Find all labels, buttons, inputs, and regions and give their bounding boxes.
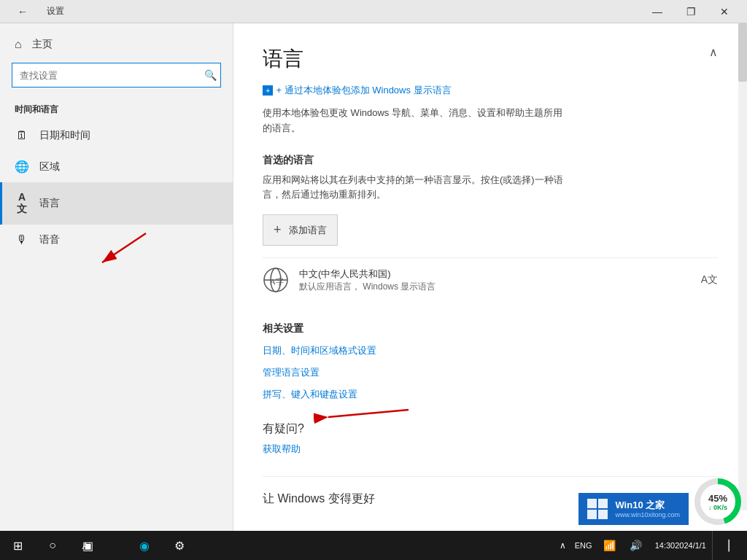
- help-title: 有疑问?: [263, 421, 718, 437]
- speed-value: ↓ 0K/s: [708, 504, 727, 511]
- sidebar-item-language-label: 语言: [39, 197, 60, 210]
- plus-icon: +: [274, 222, 282, 238]
- description-text: 使用本地体验包更改 Windows 导航、菜单、消息、设置和帮助主题所用的语言。: [263, 106, 700, 136]
- help-section: 有疑问? 获取帮助: [263, 421, 718, 456]
- sidebar-item-region-label: 区域: [39, 160, 60, 174]
- sidebar-item-speech[interactable]: 🎙 语音: [0, 225, 233, 255]
- related-link-datetime[interactable]: 日期、时间和区域格式设置: [263, 344, 718, 357]
- microphone-icon: 🎙: [15, 233, 29, 246]
- calendar-icon: 🗓: [15, 129, 29, 142]
- search-input[interactable]: [12, 63, 221, 88]
- speed-percent: 45%: [708, 493, 727, 504]
- content-area: 语言 ∧ + + 通过本地体验包添加 Windows 显示语言 使用本地体验包更…: [233, 23, 747, 534]
- logo-square-bl: [587, 510, 597, 519]
- watermark-title: Win10 之家: [615, 499, 680, 512]
- maximize-button[interactable]: ❐: [674, 0, 708, 23]
- minimize-button[interactable]: —: [640, 0, 674, 23]
- watermark: Win10 之家 www.win10xitong.com: [578, 493, 689, 525]
- network-icon[interactable]: 📶: [597, 531, 623, 560]
- logo-square-tr: [598, 499, 608, 508]
- section-label: 时间和语言: [0, 99, 233, 120]
- show-desktop-button[interactable]: ▕: [712, 531, 738, 560]
- plus-badge: +: [263, 85, 273, 96]
- preferred-lang-title: 首选的语言: [263, 154, 718, 167]
- search-button[interactable]: ○: [35, 531, 70, 560]
- window-title: 设置: [47, 5, 64, 18]
- related-link-keyboard[interactable]: 拼写、键入和键盘设置: [263, 388, 718, 401]
- sidebar-item-speech-label: 语音: [39, 233, 60, 246]
- add-display-lang-link[interactable]: + + 通过本地体验包添加 Windows 显示语言: [263, 84, 452, 97]
- preferred-desc: 应用和网站将以其在列表中支持的第一种语言显示。按住(或选择)一种语言，然后通过拖…: [263, 173, 718, 203]
- taskbar-left: ⊞ ○ ▣ Ai ◉ ⚙: [0, 531, 197, 560]
- add-language-button[interactable]: + 添加语言: [263, 214, 338, 246]
- get-help-link[interactable]: 获取帮助: [263, 443, 718, 456]
- related-settings-section: 相关设置 日期、时间和区域格式设置 管理语言设置 拼写、键入和键盘设置: [263, 322, 718, 401]
- language-list-item: A字 中文(中华人民共和国) 默认应用语言， Windows 显示语言 A文: [263, 257, 718, 302]
- sidebar-item-datetime-label: 日期和时间: [39, 129, 90, 142]
- logo-square-tl: [587, 499, 597, 508]
- related-link-manage[interactable]: 管理语言设置: [263, 366, 718, 379]
- scrollbar-thumb[interactable]: [738, 23, 747, 82]
- sidebar-item-region[interactable]: 🌐 区域: [0, 151, 233, 182]
- volume-icon[interactable]: 🔊: [623, 531, 649, 560]
- collapse-button[interactable]: ∧: [709, 45, 718, 59]
- taskbar: ⊞ ○ ▣ Ai ◉ ⚙ ∧ ENG 📶 🔊 14:30 2024/1/1 ▕: [0, 531, 747, 560]
- scrollbar[interactable]: [738, 23, 747, 510]
- back-button[interactable]: ←: [6, 0, 39, 23]
- clock[interactable]: 14:30 2024/1/1: [649, 531, 712, 560]
- watermark-text-block: Win10 之家 www.win10xitong.com: [615, 499, 680, 519]
- system-tray-chevron[interactable]: ∧: [555, 540, 570, 551]
- home-label: 主页: [32, 38, 53, 51]
- speed-inner: 45% ↓ 0K/s: [700, 484, 735, 519]
- language-subtitle: 默认应用语言， Windows 显示语言: [299, 281, 691, 293]
- home-icon: ⌂: [15, 38, 22, 51]
- svg-text:A字: A字: [270, 277, 284, 286]
- watermark-url: www.win10xitong.com: [615, 511, 680, 518]
- add-display-lang-text: + 通过本地体验包添加 Windows 显示语言: [276, 84, 451, 97]
- logo-square-br: [598, 510, 608, 519]
- add-language-label: 添加语言: [289, 224, 327, 237]
- globe-icon: 🌐: [15, 160, 29, 174]
- language-name: 中文(中华人民共和国): [299, 268, 691, 281]
- speed-widget: 45% ↓ 0K/s: [694, 478, 741, 525]
- main-container: ⌂ 主页 🔍 时间和语言 🗓 日期和时间 🌐 区域 A文 语言 🎙 语音 语言 …: [0, 23, 747, 534]
- clock-date: 2024/1/1: [675, 540, 706, 551]
- language-badge-icon: A文: [701, 273, 718, 287]
- title-bar-left: ← 设置: [6, 0, 64, 23]
- sidebar-item-language[interactable]: A文 语言: [0, 182, 233, 225]
- taskbar-right: ∧ ENG 📶 🔊 14:30 2024/1/1 ▕: [555, 531, 747, 560]
- start-button[interactable]: ⊞: [0, 531, 35, 560]
- browser-button[interactable]: ◉: [127, 531, 162, 560]
- keyboard-icon[interactable]: ENG: [570, 531, 597, 560]
- window-controls: — ❐ ✕: [640, 0, 741, 23]
- settings-button[interactable]: ⚙: [162, 531, 197, 560]
- windows-logo-icon: [587, 499, 608, 519]
- close-button[interactable]: ✕: [708, 0, 741, 23]
- sidebar: ⌂ 主页 🔍 时间和语言 🗓 日期和时间 🌐 区域 A文 语言 🎙 语音: [0, 23, 233, 534]
- page-title: 语言: [263, 45, 303, 73]
- title-bar: ← 设置 — ❐ ✕: [0, 0, 747, 23]
- clock-time: 14:30: [655, 540, 676, 551]
- language-info: 中文(中华人民共和国) 默认应用语言， Windows 显示语言: [299, 268, 691, 293]
- sidebar-home-item[interactable]: ⌂ 主页: [0, 31, 233, 58]
- related-settings-title: 相关设置: [263, 322, 718, 335]
- sidebar-item-datetime[interactable]: 🗓 日期和时间: [0, 120, 233, 151]
- ai-text-label: Ai: [69, 531, 104, 560]
- language-icon: A文: [15, 191, 29, 216]
- language-globe-icon: A字: [263, 267, 289, 293]
- search-box: 🔍: [12, 63, 221, 88]
- search-icon[interactable]: 🔍: [204, 69, 217, 81]
